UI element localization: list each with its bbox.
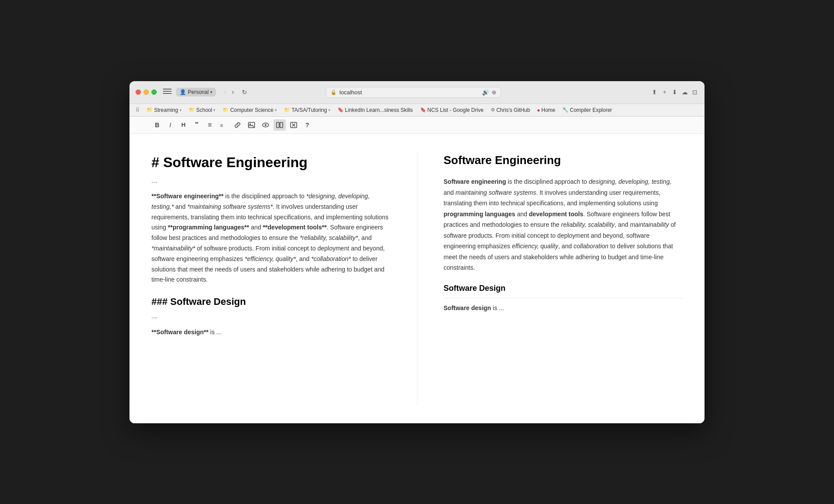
link-icon [234,122,241,129]
editor-para2[interactable]: **Software design** is ... [151,327,391,338]
back-button[interactable]: ‹ [222,87,228,97]
image-icon [248,122,255,129]
profile-button[interactable]: 👤 Personal ▾ [176,88,216,97]
linkedin-label: LinkedIn Learn...siness Skills [345,107,413,113]
ncs-label: NCS List - Google Drive [428,107,484,113]
unordered-list-button[interactable]: ≡ [204,119,216,131]
svg-point-4 [265,124,266,126]
pane-divider [417,151,417,406]
preview-bold-software-eng: Software engineering [444,178,506,185]
address-bar-container: 🔒 localhost 🔊 ⊕ [326,87,501,98]
bold-button[interactable]: B [151,119,163,131]
preview-italic-4: maintainability [630,221,669,228]
preview-italic-3: reliability, scalability [561,221,615,228]
github-label: Chris's GitHub [496,107,530,113]
github-icon: ⚙ [491,107,495,113]
preview-bold-prog-lang: programming languages [444,211,515,218]
svg-rect-5 [277,122,279,128]
minimize-button[interactable] [144,89,149,95]
preview-bold-software-design: Software design [444,304,491,311]
share-button[interactable]: ⬆ [651,88,658,97]
apps-icon[interactable]: ⠿ [136,107,140,113]
cs-folder-icon: 📁 [223,107,229,113]
address-bar[interactable]: 🔒 localhost 🔊 ⊕ [326,87,501,98]
bookmark-tutoring[interactable]: 📁 TA/SA/Tutoring ▾ [281,106,333,114]
school-folder-icon: 📁 [189,107,195,113]
streaming-folder-icon: 📁 [147,107,153,113]
preview-italic-2: maintaining software systems [456,189,536,196]
preview-para2: Software design is ... [444,303,683,314]
tutoring-folder-icon: 📁 [284,107,290,113]
maximize-button[interactable] [151,89,157,95]
streaming-label: Streaming [154,107,178,113]
bookmark-streaming[interactable]: 📁 Streaming ▾ [144,106,184,114]
preview-h1: Software Engineering [444,151,683,170]
profile-chevron-icon: ▾ [210,90,212,94]
audio-icon[interactable]: 🔊 [482,89,489,96]
svg-rect-6 [280,122,283,128]
image-button[interactable] [245,119,258,131]
compiler-icon: 🔧 [562,107,568,113]
editor-para1[interactable]: **Software engineering** is the discipli… [151,191,391,285]
help-button[interactable]: ? [302,119,313,131]
italic-button[interactable]: I [165,119,176,131]
editor-toolbar: B I H " ≡ ≡ [129,117,705,134]
bookmark-ncs[interactable]: 🔖 NCS List - Google Drive [417,106,486,114]
url-text: localhost [339,89,479,96]
browser-window: 👤 Personal ▾ ‹ › ↻ 🔒 localhost 🔊 ⊕ ⬆ ＋ ⬇… [129,81,705,423]
split-view-button[interactable] [273,119,286,131]
profile-icon: 👤 [180,89,186,95]
tabs-button[interactable]: ⊡ [691,88,698,97]
bookmarks-bar: ⠿ 📁 Streaming ▾ 📁 School ▾ 📁 Computer Sc… [129,104,705,117]
tutoring-chevron-icon: ▾ [328,108,331,112]
streaming-chevron-icon: ▾ [180,108,182,112]
preview-h2: Software Design [444,282,683,299]
bookmark-linkedin[interactable]: 🔖 LinkedIn Learn...siness Skills [335,106,416,114]
bookmark-github[interactable]: ⚙ Chris's GitHub [488,106,533,114]
heading-button[interactable]: H [178,119,189,131]
cs-label: Computer Science [230,107,273,113]
home-label: Home [541,107,555,113]
home-icon: ● [537,107,540,113]
content-area: # Software Engineering --- **Software en… [129,134,705,423]
close-preview-icon [290,122,297,129]
ordered-list-button[interactable]: ≡ [217,119,230,131]
address-menu-icon[interactable]: ⊕ [492,89,496,96]
bookmark-cs[interactable]: 📁 Computer Science ▾ [220,106,280,114]
eye-icon [262,122,269,129]
editor-h1: # Software Engineering [151,151,391,174]
preview-italic-5: efficiency, quality [512,243,558,250]
ordered-list-icon: ≡ [220,122,227,129]
svg-text:≡: ≡ [220,122,223,129]
bookmark-school[interactable]: 📁 School ▾ [186,106,219,114]
refresh-button[interactable]: ↻ [240,88,249,97]
traffic-lights [136,89,157,95]
ncs-icon: 🔖 [420,107,426,113]
editor-divider: --- [151,177,391,187]
school-label: School [196,107,212,113]
cloud-button[interactable]: ☁ [681,88,689,97]
forward-button[interactable]: › [230,87,236,97]
close-preview-button[interactable] [288,119,300,131]
bookmark-compiler[interactable]: 🔧 Compiler Explorer [560,106,615,114]
bookmark-home[interactable]: ● Home [535,106,558,114]
editor-h3: ### Software Design [151,294,391,309]
title-bar: 👤 Personal ▾ ‹ › ↻ 🔒 localhost 🔊 ⊕ ⬆ ＋ ⬇… [129,81,705,104]
nav-buttons: ‹ › [222,87,236,97]
sidebar-toggle-button[interactable] [163,89,172,96]
download-button[interactable]: ⬇ [671,88,678,97]
preview-italic-6: collaboration [574,243,608,250]
new-tab-button[interactable]: ＋ [661,87,669,97]
close-button[interactable] [136,89,141,95]
preview-para1: Software engineering is the disciplined … [444,176,683,273]
preview-pane: Software Engineering Software engineerin… [444,151,683,406]
profile-label: Personal [188,89,208,95]
compiler-label: Compiler Explorer [570,107,612,113]
preview-button[interactable] [259,119,272,131]
editor-divider2: --- [151,313,391,322]
quote-button[interactable]: " [191,119,202,131]
link-button[interactable] [231,119,244,131]
title-bar-actions: ⬆ ＋ ⬇ ☁ ⊡ [651,87,698,97]
preview-italic-1: designing, developing, testing, [589,178,671,185]
editor-h1-text: # Software Engineering [151,154,308,170]
